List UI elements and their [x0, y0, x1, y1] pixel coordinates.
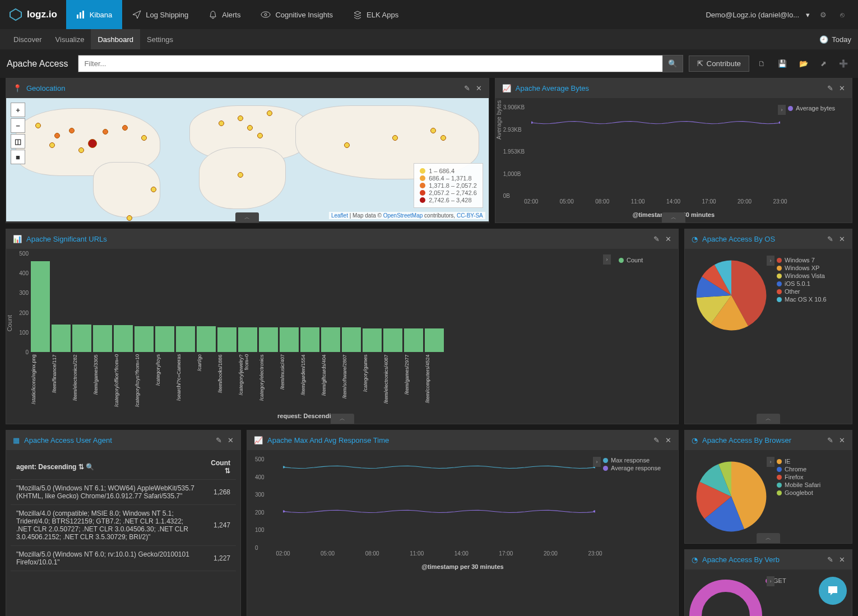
- pie-legend: Windows 7Windows XPWindows VistaiOS 5.0.…: [773, 253, 847, 337]
- column-agent[interactable]: agent: Descending ⇅ 🔍: [11, 455, 205, 480]
- geo-map[interactable]: + − ◫ ■ 1 – 686.4686.4 – 1,371.81,371.8 …: [6, 98, 489, 221]
- subnav-dashboard[interactable]: Dashboard: [91, 29, 140, 49]
- svg-rect-1: [77, 15, 78, 18]
- edit-icon[interactable]: ✎: [827, 235, 833, 243]
- expand-bar[interactable]: ︿: [757, 533, 780, 543]
- legend-collapse[interactable]: ›: [767, 256, 774, 266]
- legend-collapse[interactable]: ›: [767, 457, 774, 467]
- close-icon[interactable]: ✕: [228, 436, 234, 444]
- expand-bar[interactable]: ︿: [331, 414, 354, 424]
- map-attribution: Leaflet | Map data © OpenStreetMap contr…: [329, 212, 485, 219]
- save-icon[interactable]: 💾: [774, 57, 790, 70]
- edit-icon[interactable]: ✎: [653, 235, 660, 243]
- expand-bar[interactable]: ︿: [662, 212, 685, 223]
- chart-legend: Count: [616, 254, 678, 267]
- search-button[interactable]: 🔍: [663, 55, 683, 72]
- panel-user-agent: ▦ Apache Access User Agent ✎✕ agent: Des…: [6, 430, 241, 616]
- close-icon[interactable]: ✕: [839, 436, 845, 444]
- user-agent-table: agent: Descending ⇅ 🔍 Count⇅ "Mozilla/5.…: [11, 455, 236, 571]
- table-row[interactable]: "Mozilla/5.0 (Windows NT 6.1; WOW64) App…: [11, 480, 236, 505]
- svg-point-7: [778, 122, 780, 124]
- legend-collapse[interactable]: ›: [767, 576, 774, 586]
- contribute-button[interactable]: ⇱ Contribute: [689, 55, 750, 72]
- close-icon[interactable]: ✕: [665, 235, 671, 243]
- edit-icon[interactable]: ✎: [216, 436, 222, 444]
- filter-input[interactable]: [78, 55, 662, 72]
- os-pie: › Windows 7Windows XPWindows VistaiOS 5.…: [689, 253, 847, 337]
- tab-log-shipping[interactable]: Log Shipping: [122, 0, 198, 29]
- edit-icon[interactable]: ✎: [464, 84, 470, 92]
- zoom-out-button[interactable]: −: [11, 118, 25, 133]
- avg-bytes-chart: Average bytes 0B1,000B1.953KB2.93KB3.906…: [500, 103, 847, 209]
- table-row[interactable]: "Mozilla/5.0 (Windows NT 6.0; rv:10.0.1)…: [11, 546, 236, 571]
- expand-bar[interactable]: ︿: [235, 212, 259, 223]
- expand-bar[interactable]: ︿: [757, 414, 780, 424]
- share-icon: ⇱: [697, 59, 703, 68]
- table-row[interactable]: "Mozilla/4.0 (compatible; MSIE 8.0; Wind…: [11, 505, 236, 546]
- edit-icon[interactable]: ✎: [827, 436, 833, 444]
- subnav-discover[interactable]: Discover: [7, 29, 49, 49]
- legend-collapse[interactable]: ›: [593, 457, 601, 467]
- open-icon[interactable]: 📂: [796, 57, 811, 70]
- brand-logo[interactable]: logz.io: [0, 8, 66, 21]
- external-icon[interactable]: ⬈: [817, 57, 830, 70]
- donut-chart: [689, 580, 762, 616]
- column-count[interactable]: Count⇅: [205, 455, 236, 480]
- chart-legend: Max responseAverage response: [601, 455, 674, 475]
- user-menu[interactable]: Demo@Logz.io (daniel@lo... ▾ ⚙ ⎋: [695, 8, 858, 21]
- svg-point-8: [283, 466, 285, 468]
- chart-legend: Average bytes: [786, 103, 847, 115]
- close-icon[interactable]: ✕: [839, 555, 845, 564]
- panel-resp-time: 📈 Apache Max And Avg Response Time ✎✕ 01…: [247, 430, 679, 616]
- browser-pie: › IEChromeFirefoxMobile SafariGooglebot: [689, 455, 847, 539]
- pie-chart-icon: ◔: [692, 555, 698, 564]
- paper-plane-icon: [132, 10, 141, 19]
- logout-icon[interactable]: ⎋: [837, 8, 848, 21]
- panel-by-os: ◔ Apache Access By OS ✎✕ › Windows 7Wind…: [684, 229, 852, 424]
- gear-icon[interactable]: ⚙: [817, 8, 830, 21]
- edit-icon[interactable]: ✎: [827, 555, 833, 564]
- page-title: Apache Access: [7, 59, 68, 69]
- pie-chart-icon: ◔: [692, 235, 698, 243]
- top-nav: logz.io Kibana Log Shipping Alerts Cogni…: [0, 0, 858, 29]
- sort-icon: ⇅: [78, 463, 84, 471]
- panel-geolocation: 📍 Geolocation ✎ ✕: [6, 78, 489, 223]
- subnav-settings[interactable]: Settings: [140, 29, 180, 49]
- line-chart-icon: 📈: [254, 436, 263, 444]
- pie-legend: IEChromeFirefoxMobile SafariGooglebot: [773, 455, 847, 539]
- close-icon[interactable]: ✕: [839, 235, 845, 243]
- crop-button[interactable]: ◫: [11, 134, 25, 149]
- svg-rect-2: [80, 12, 81, 18]
- legend-collapse[interactable]: ›: [603, 254, 611, 265]
- edit-icon[interactable]: ✎: [653, 436, 660, 444]
- close-icon[interactable]: ✕: [839, 84, 845, 92]
- tab-alerts[interactable]: Alerts: [198, 0, 251, 29]
- table-icon: ▦: [13, 436, 20, 444]
- stop-button[interactable]: ■: [11, 150, 25, 164]
- legend-collapse[interactable]: ›: [778, 105, 786, 115]
- tab-cognitive[interactable]: Cognitive Insights: [251, 0, 343, 29]
- tab-kibana[interactable]: Kibana: [66, 0, 122, 29]
- edit-icon[interactable]: ✎: [827, 84, 833, 92]
- search-icon: 🔍: [668, 59, 678, 68]
- subnav-visualize[interactable]: Visualize: [49, 29, 91, 49]
- zoom-in-button[interactable]: +: [11, 103, 25, 117]
- panel-avg-bytes: 📈 Apache Average Bytes ✎✕ Average bytes …: [495, 78, 852, 223]
- sub-nav: Discover Visualize Dashboard Settings 🕘 …: [0, 29, 858, 49]
- search-icon[interactable]: 🔍: [86, 463, 94, 471]
- panel-sig-urls: 📊 Apache Significant URLs ✎✕ Count 01002…: [6, 229, 679, 424]
- bar-chart-icon: [76, 10, 85, 19]
- urls-bar-chart: 0100200300400500: [11, 253, 605, 354]
- add-icon[interactable]: ➕: [836, 57, 851, 70]
- svg-point-4: [261, 12, 270, 17]
- chevron-down-icon: ▾: [806, 11, 810, 19]
- chat-icon: [826, 584, 840, 598]
- time-picker[interactable]: 🕘 Today: [819, 35, 851, 44]
- clock-icon: 🕘: [819, 35, 828, 44]
- dashboard-toolbar: Apache Access 🔍 ⇱ Contribute 🗋 💾 📂 ⬈ ➕: [0, 49, 858, 78]
- close-icon[interactable]: ✕: [665, 436, 671, 444]
- close-icon[interactable]: ✕: [476, 84, 482, 92]
- new-icon[interactable]: 🗋: [755, 57, 769, 70]
- tab-elk-apps[interactable]: ELK Apps: [343, 0, 409, 29]
- chat-button[interactable]: [819, 577, 847, 605]
